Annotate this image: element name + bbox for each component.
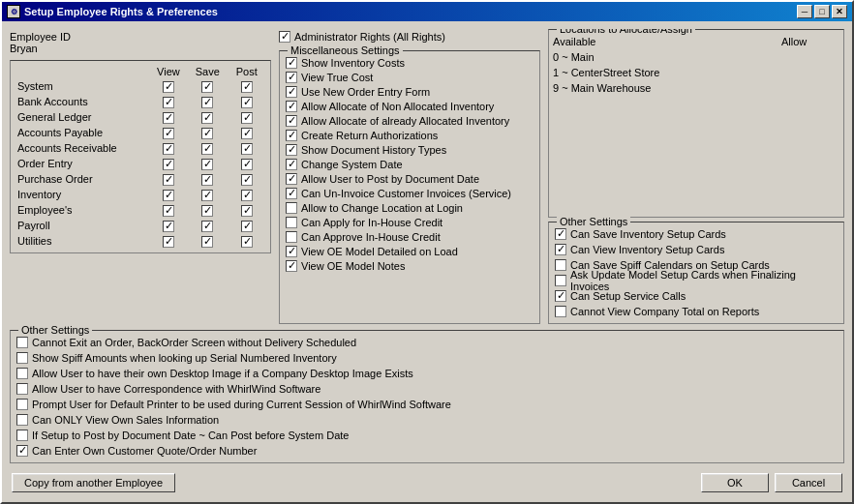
permission-save-checkbox[interactable] (201, 190, 213, 201)
other-right-item: Can Save Inventory Setup Cards (555, 226, 838, 242)
permission-save-checkbox[interactable] (201, 143, 213, 155)
permission-post-cell (228, 218, 266, 233)
permission-post-checkbox[interactable] (241, 236, 253, 248)
permission-view-checkbox[interactable] (163, 128, 174, 139)
permission-post-checkbox[interactable] (241, 112, 253, 124)
misc-item-checkbox[interactable] (286, 188, 297, 199)
other-left-checkbox[interactable] (16, 337, 28, 348)
misc-item-checkbox[interactable] (286, 130, 297, 141)
permission-post-checkbox[interactable] (241, 159, 253, 170)
minimize-button[interactable]: ─ (797, 5, 812, 18)
permission-save-checkbox[interactable] (201, 159, 213, 170)
misc-item-checkbox[interactable] (286, 159, 297, 170)
misc-item-checkbox[interactable] (286, 144, 297, 156)
list-item: 1 ~ CenterStreet Store (553, 65, 839, 80)
misc-item-checkbox[interactable] (286, 246, 297, 257)
other-right-checkbox[interactable] (555, 259, 566, 271)
other-left-checkbox[interactable] (16, 383, 28, 395)
right-panel: Locations to Allocate/Assign Available A… (548, 29, 844, 324)
permission-view-checkbox[interactable] (163, 190, 174, 201)
allow-col-header: Allow (781, 36, 839, 49)
misc-item-checkbox[interactable] (286, 115, 297, 127)
window-title: Setup Employee Rights & Preferences (24, 6, 218, 17)
permission-view-checkbox[interactable] (163, 159, 174, 170)
permission-save-cell (188, 109, 227, 125)
permission-name: System (15, 78, 149, 94)
permission-view-checkbox[interactable] (163, 97, 174, 108)
permission-view-checkbox[interactable] (163, 221, 174, 232)
other-left-checkbox[interactable] (16, 414, 28, 426)
window-body: Employee ID Bryan View Save Post (2, 21, 852, 502)
col-name (15, 65, 149, 78)
permission-post-checkbox[interactable] (241, 81, 253, 93)
other-left-checkbox[interactable] (16, 430, 28, 441)
misc-settings-label: Miscellaneous Settings (288, 44, 403, 56)
other-left-label: Show Spiff Amounts when looking up Seria… (32, 352, 337, 364)
permission-save-checkbox[interactable] (201, 81, 213, 93)
misc-item-checkbox[interactable] (286, 86, 297, 98)
misc-item-checkbox[interactable] (286, 231, 297, 243)
misc-item-checkbox[interactable] (286, 72, 297, 83)
misc-item-checkbox[interactable] (286, 202, 297, 214)
other-right-checkbox[interactable] (555, 244, 566, 255)
cancel-button[interactable]: Cancel (775, 473, 842, 492)
window-icon: ⚙ (7, 5, 20, 18)
other-left-item: Allow User to have Correspondence with W… (16, 381, 838, 397)
permission-view-checkbox[interactable] (163, 205, 174, 217)
other-right-checkbox[interactable] (555, 275, 566, 286)
left-panel: Employee ID Bryan View Save Post (10, 29, 271, 324)
misc-item-checkbox[interactable] (286, 217, 297, 228)
permission-post-checkbox[interactable] (241, 128, 253, 139)
permission-post-cell (228, 187, 266, 202)
table-row: Payroll (15, 218, 266, 233)
permission-view-checkbox[interactable] (163, 112, 174, 124)
permission-save-checkbox[interactable] (201, 97, 213, 108)
misc-item-label: Use New Order Entry Form (301, 86, 430, 98)
other-left-checkbox[interactable] (16, 368, 28, 379)
permission-post-checkbox[interactable] (241, 143, 253, 155)
other-right-label: Can Setup Service Calls (570, 290, 686, 302)
permission-save-cell (188, 233, 227, 249)
permission-name: Accounts Payable (15, 125, 149, 140)
admin-rights-checkbox[interactable] (279, 31, 290, 43)
ok-button[interactable]: OK (701, 473, 769, 492)
permission-post-checkbox[interactable] (241, 221, 253, 232)
permission-save-checkbox[interactable] (201, 236, 213, 248)
close-button[interactable]: ✕ (832, 5, 847, 18)
permission-view-checkbox[interactable] (163, 174, 174, 186)
permission-save-checkbox[interactable] (201, 112, 213, 124)
other-right-item: Ask Update Model Setup Cards when Finali… (555, 273, 838, 288)
other-right-checkbox[interactable] (555, 228, 566, 240)
permission-post-checkbox[interactable] (241, 205, 253, 217)
maximize-button[interactable]: □ (814, 5, 830, 18)
permission-name: Order Entry (15, 156, 149, 171)
col-view: View (149, 65, 188, 78)
permission-save-checkbox[interactable] (201, 221, 213, 232)
main-window: ⚙ Setup Employee Rights & Preferences ─ … (0, 0, 854, 504)
misc-item-checkbox[interactable] (286, 173, 297, 185)
permission-save-checkbox[interactable] (201, 174, 213, 186)
other-right-checkbox[interactable] (555, 290, 566, 302)
permission-view-checkbox[interactable] (163, 81, 174, 93)
other-left-checkbox[interactable] (16, 352, 28, 364)
permission-post-checkbox[interactable] (241, 174, 253, 186)
permission-post-cell (228, 140, 266, 156)
permission-save-checkbox[interactable] (201, 205, 213, 217)
permission-post-checkbox[interactable] (241, 97, 253, 108)
other-right-checkbox[interactable] (555, 306, 566, 317)
permission-save-checkbox[interactable] (201, 128, 213, 139)
other-left-label: Can ONLY View Own Sales Information (32, 414, 219, 426)
misc-item: Allow User to Post by Document Date (286, 171, 534, 186)
other-left-checkbox[interactable] (16, 445, 28, 457)
permission-view-checkbox[interactable] (163, 143, 174, 155)
misc-item-checkbox[interactable] (286, 260, 297, 272)
footer: Copy from another Employee OK Cancel (10, 469, 844, 494)
misc-item-checkbox[interactable] (286, 101, 297, 112)
copy-from-employee-button[interactable]: Copy from another Employee (12, 473, 175, 492)
permission-view-checkbox[interactable] (163, 236, 174, 248)
misc-item-checkbox[interactable] (286, 57, 297, 69)
permission-save-cell (188, 94, 227, 109)
misc-item-label: Allow to Change Location at Login (301, 202, 463, 214)
permission-post-checkbox[interactable] (241, 190, 253, 201)
other-left-checkbox[interactable] (16, 399, 28, 410)
